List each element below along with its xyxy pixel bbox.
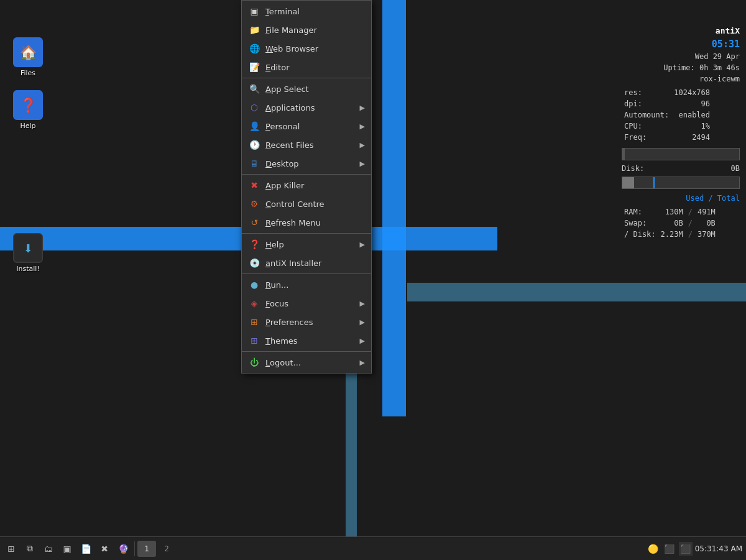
- disk2-total: 370M: [695, 229, 718, 240]
- used-total-label: Used / Total: [622, 193, 740, 204]
- taskbar-icon-terminal[interactable]: ▣: [58, 540, 76, 558]
- focus-arrow: ▶: [360, 300, 365, 308]
- tray-icon-3[interactable]: ⬛: [679, 542, 693, 556]
- menu-sep-5: [242, 351, 371, 352]
- menu-label-run: Run...: [265, 280, 365, 290]
- menu-item-antix-installer[interactable]: 💿 antiX Installer: [242, 254, 371, 272]
- menu-item-recent-files[interactable]: 🕐 Recent Files ▶: [242, 135, 371, 154]
- menu-item-preferences[interactable]: ⊞ Preferences ▶: [242, 313, 371, 331]
- cpu-bar: [622, 148, 740, 160]
- menu-label-app-select: App Select: [265, 85, 365, 94]
- preferences-arrow: ▶: [360, 318, 365, 326]
- themes-arrow: ▶: [360, 337, 365, 345]
- taskbar-left: ⊞ ⧉ 🗂 ▣ 📄 ✖ 🔮 1 2: [0, 540, 178, 558]
- menu-label-desktop: Desktop: [265, 159, 355, 168]
- cpu-label: CPU:: [622, 121, 671, 132]
- menu-item-web-browser[interactable]: 🌐 Web Browser: [242, 39, 371, 58]
- menu-item-app-select[interactable]: 🔍 App Select: [242, 80, 371, 98]
- applications-arrow: ▶: [360, 104, 365, 112]
- menu-item-personal[interactable]: 👤 Personal ▶: [242, 117, 371, 135]
- sysinfo-table: res:1024x768 dpi:96 Automount:enabled CP…: [622, 87, 712, 143]
- menu-label-applications: Applications: [265, 103, 355, 112]
- taskbar-icon-files[interactable]: 🗂: [40, 540, 57, 558]
- taskbar-icon-text[interactable]: 📄: [77, 540, 94, 558]
- disk-bar-container: [622, 177, 740, 189]
- disk-value: 0B: [731, 163, 740, 174]
- menu-label-help: Help: [265, 240, 355, 249]
- menu-item-control-centre[interactable]: ⚙ Control Centre: [242, 195, 371, 213]
- disk-label: Disk:: [622, 163, 644, 174]
- menu-item-themes[interactable]: ⊞ Themes ▶: [242, 331, 371, 350]
- menu-label-app-killer: App Killer: [265, 181, 365, 190]
- date-display: Wed 29 Apr: [622, 51, 740, 62]
- menu-item-file-manager[interactable]: 📁 File Manager: [242, 21, 371, 39]
- menu-label-antix-installer: antiX Installer: [265, 259, 365, 268]
- file-manager-icon: 📁: [248, 24, 260, 36]
- deco-bar-h2: [407, 283, 746, 301]
- tray-icon-2[interactable]: ⬛: [663, 542, 676, 556]
- menu-item-logout[interactable]: ⏻ Logout... ▶: [242, 353, 371, 372]
- cpu-value: 1%: [671, 121, 712, 132]
- res-label: res:: [622, 87, 671, 98]
- menu-item-refresh-menu[interactable]: ↺ Refresh Menu: [242, 213, 371, 232]
- taskbar-icon-close[interactable]: ✖: [96, 540, 113, 558]
- menu-item-desktop[interactable]: 🖥 Desktop ▶: [242, 154, 371, 173]
- context-menu: ▣ Terminal 📁 File Manager 🌐 Web Browser …: [241, 0, 372, 374]
- menu-item-help[interactable]: ❓ Help ▶: [242, 235, 371, 254]
- menu-label-control-centre: Control Centre: [265, 200, 365, 209]
- wm-display: rox-icewm: [622, 73, 740, 85]
- files-icon: 🏠: [13, 37, 43, 67]
- focus-icon: ◈: [248, 297, 260, 310]
- terminal-icon: ▣: [248, 5, 260, 17]
- logout-icon: ⏻: [248, 356, 260, 369]
- freq-value: 2494: [671, 132, 712, 143]
- menu-label-web-browser: Web Browser: [265, 44, 365, 53]
- desktop-menu-icon: 🖥: [248, 157, 260, 170]
- menu-label-terminal: Terminal: [265, 7, 365, 16]
- menu-item-terminal[interactable]: ▣ Terminal: [242, 2, 371, 21]
- taskbar: ⊞ ⧉ 🗂 ▣ 📄 ✖ 🔮 1 2 🟡 ⬛ ⬛ 05:31:43 AM: [0, 536, 746, 560]
- menu-label-logout: Logout...: [265, 358, 355, 367]
- workspace-2[interactable]: 2: [157, 541, 176, 557]
- run-icon: ●: [248, 278, 260, 291]
- automount-label: Automount:: [622, 109, 671, 121]
- tray-icon-1[interactable]: 🟡: [647, 542, 660, 556]
- menu-label-focus: Focus: [265, 299, 355, 308]
- clock-display: 05:31:43 AM: [695, 544, 742, 553]
- usage-table: RAM: 130M / 491M Swap: 0B / 0B / Disk: 2…: [622, 206, 718, 240]
- antix-installer-icon: 💿: [248, 257, 260, 269]
- taskbar-icon-windows[interactable]: ⧉: [21, 540, 39, 558]
- dpi-value: 96: [671, 98, 712, 109]
- menu-label-refresh-menu: Refresh Menu: [265, 218, 365, 227]
- swap-total: 0B: [695, 218, 718, 229]
- files-label: Files: [21, 69, 35, 77]
- taskbar-icon-browser[interactable]: 🔮: [114, 540, 132, 558]
- dpi-label: dpi:: [622, 98, 671, 109]
- taskbar-icon-apps[interactable]: ⊞: [2, 540, 20, 558]
- install-icon: ⬇: [13, 233, 43, 263]
- menu-item-app-killer[interactable]: ✖ App Killer: [242, 176, 371, 195]
- menu-item-editor[interactable]: 📝 Editor: [242, 58, 371, 76]
- deco-bar-v1: [382, 0, 406, 416]
- install-label: Install!: [16, 265, 40, 273]
- time-display: 05:31: [622, 37, 740, 52]
- menu-label-editor: Editor: [265, 63, 365, 72]
- sysinfo-panel: antiX 05:31 Wed 29 Apr Uptime: 0h 3m 46s…: [622, 25, 740, 240]
- menu-item-focus[interactable]: ◈ Focus ▶: [242, 294, 371, 313]
- menu-item-applications[interactable]: ⬡ Applications ▶: [242, 98, 371, 117]
- automount-value: enabled: [671, 109, 712, 121]
- menu-sep-3: [242, 233, 371, 234]
- menu-sep-1: [242, 78, 371, 78]
- desktop-icon-files[interactable]: 🏠 Files: [6, 37, 50, 77]
- menu-label-file-manager: File Manager: [265, 25, 365, 35]
- menu-item-run[interactable]: ● Run...: [242, 275, 371, 294]
- freq-label: Freq:: [622, 132, 671, 143]
- desktop-icon-help[interactable]: ❓ Help: [6, 90, 50, 130]
- recent-files-arrow: ▶: [360, 141, 365, 149]
- workspace-1[interactable]: 1: [137, 541, 156, 557]
- desktop-icon-install[interactable]: ⬇ Install!: [6, 233, 50, 273]
- disk2-label: / Disk:: [622, 229, 658, 240]
- personal-arrow: ▶: [360, 122, 365, 131]
- themes-icon: ⊞: [248, 334, 260, 347]
- personal-icon: 👤: [248, 120, 260, 132]
